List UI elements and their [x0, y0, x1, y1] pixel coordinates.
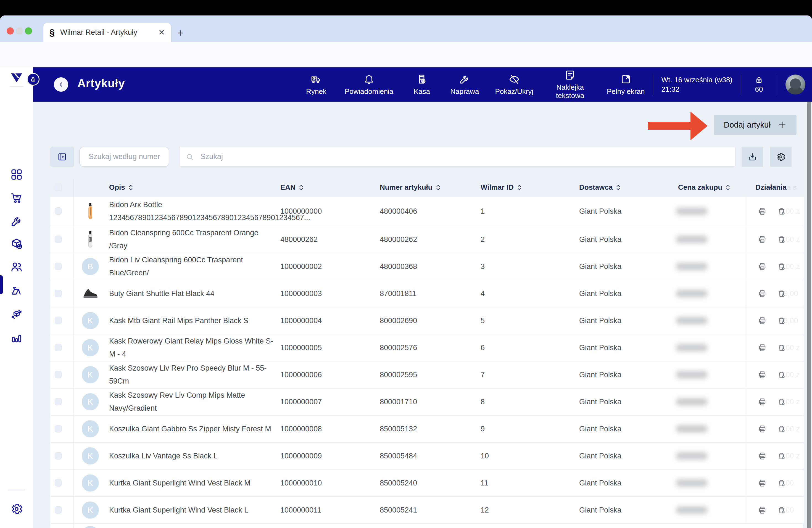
- search-field[interactable]: [179, 147, 736, 167]
- print-label-button[interactable]: [758, 235, 767, 244]
- nav-item-rynek[interactable]: Rynek: [304, 73, 329, 96]
- nav-item-pokaz-ukryj[interactable]: Pokaż/Ukryj: [495, 73, 533, 96]
- table-row[interactable]: KKurtka Giant Superlight Wind Vest Black…: [50, 470, 803, 497]
- table-row[interactable]: Bidon Arx Bottle123456789012345678901234…: [50, 196, 803, 226]
- row-checkbox[interactable]: [55, 506, 62, 514]
- column-header-ean[interactable]: EAN: [280, 178, 304, 196]
- search-number-input[interactable]: [88, 152, 160, 161]
- print-label-button[interactable]: [758, 424, 767, 433]
- column-header-dostawca[interactable]: Dostawca: [579, 178, 621, 196]
- table-row[interactable]: KKask Szosowy Liv Rev Pro Speedy Blur M …: [50, 362, 803, 388]
- delete-article-button[interactable]: [777, 316, 786, 325]
- nav-item-kasa[interactable]: Kasa: [409, 73, 434, 96]
- column-header-opis[interactable]: Opis: [109, 178, 133, 196]
- print-label-button[interactable]: [758, 452, 767, 460]
- side-panel-toggle-button[interactable]: [50, 147, 74, 167]
- wilmar-id: 11: [481, 479, 488, 487]
- add-article-button[interactable]: Dodaj artykuł: [714, 115, 797, 135]
- product-letter-avatar: K: [82, 393, 99, 410]
- nav-item-naklejka-tekstowa[interactable]: Naklejka tekstowa: [549, 69, 591, 100]
- row-checkbox[interactable]: [55, 398, 62, 406]
- delete-article-button[interactable]: [777, 343, 786, 352]
- row-checkbox[interactable]: [55, 371, 62, 378]
- purchase-price-redacted: [676, 452, 708, 459]
- wilmar-id: 1: [481, 207, 485, 216]
- sidebar-item-people[interactable]: [10, 260, 23, 274]
- column-header-numer[interactable]: Numer artykułu: [380, 178, 440, 196]
- column-label: Opis: [109, 183, 125, 192]
- print-label-button[interactable]: [758, 505, 767, 514]
- nav-item-pelny-ekran[interactable]: Pełny ekran: [607, 73, 644, 96]
- sidebar-item-cart[interactable]: [10, 191, 23, 204]
- table-row[interactable]: KKoszulka Liv Vantage Ss Black L10000000…: [50, 443, 803, 470]
- print-label-button[interactable]: [758, 207, 767, 216]
- wilmar-id: 7: [481, 371, 485, 379]
- column-label: Działania: [755, 183, 787, 192]
- sidebar-item-bike[interactable]: [10, 284, 23, 298]
- user-avatar[interactable]: [785, 75, 806, 94]
- print-label-button[interactable]: [758, 316, 767, 325]
- table-row[interactable]: Buty Giant Shuttle Flat Black 4410000000…: [50, 280, 803, 307]
- delete-article-button[interactable]: [777, 370, 786, 379]
- table-row[interactable]: KKoszulka Giant Gabbro Ss Zipper Misty F…: [50, 415, 803, 443]
- sidebar-item-bar-chart[interactable]: [10, 331, 23, 344]
- delete-article-button[interactable]: [777, 452, 786, 460]
- date-line: Wt. 16 września (w38): [662, 75, 733, 85]
- export-button[interactable]: [742, 147, 763, 167]
- new-tab-button[interactable]: +: [177, 28, 184, 38]
- search-input[interactable]: [200, 152, 729, 161]
- window-zoom-button[interactable]: [25, 27, 32, 34]
- lock-counter[interactable]: 60: [749, 76, 769, 93]
- table-row[interactable]: KKurtka Giant Superlight Wind Vest Black…: [50, 497, 803, 524]
- row-checkbox[interactable]: [55, 290, 62, 297]
- table-row[interactable]: KKask Szosowy Rev Liv Comp Mips Matte Na…: [50, 388, 803, 415]
- row-checkbox[interactable]: [55, 479, 62, 487]
- delete-article-button[interactable]: [777, 397, 786, 406]
- print-label-button[interactable]: [758, 397, 767, 406]
- print-label-button[interactable]: [758, 289, 767, 298]
- sidebar-item-box-euro[interactable]: [10, 237, 23, 250]
- window-close-button[interactable]: [6, 27, 14, 34]
- row-checkbox[interactable]: [55, 263, 62, 270]
- delete-article-button[interactable]: [777, 289, 786, 298]
- column-header-cena[interactable]: Cena zakupu: [678, 178, 730, 196]
- app-logo-icon[interactable]: [11, 73, 23, 83]
- row-checkbox[interactable]: [55, 317, 62, 324]
- tab-close-icon[interactable]: ✕: [159, 28, 165, 37]
- delete-article-button[interactable]: [777, 505, 786, 514]
- table-row[interactable]: BBidon Liv Cleanspring 600Cc Trasparent …: [50, 253, 803, 280]
- print-label-button[interactable]: [758, 343, 767, 352]
- sidebar-item-gear[interactable]: [10, 502, 23, 516]
- delete-article-button[interactable]: [777, 235, 786, 244]
- row-checkbox[interactable]: [55, 452, 62, 459]
- column-header-wilmar[interactable]: Wilmar ID: [481, 178, 522, 196]
- delete-article-button[interactable]: [777, 262, 786, 271]
- browser-tab[interactable]: § Wilmar Retail - Artykuły ✕: [43, 23, 171, 42]
- row-checkbox[interactable]: [55, 344, 62, 351]
- vertical-scrollbar[interactable]: [807, 102, 811, 528]
- back-button[interactable]: [54, 77, 68, 92]
- table-row[interactable]: Bidon Cleanspring 600Cc Trasparent Orang…: [50, 226, 803, 253]
- row-checkbox[interactable]: [55, 207, 62, 215]
- table-row[interactable]: KKask Rowerowy Giant Relay Mips Gloss Wh…: [50, 334, 803, 362]
- delete-article-button[interactable]: [777, 424, 786, 433]
- select-all-checkbox[interactable]: [55, 184, 62, 191]
- delete-article-button[interactable]: [777, 207, 786, 216]
- nav-item-naprawa[interactable]: Naprawa: [450, 73, 479, 96]
- window-minimize-button[interactable]: [16, 27, 23, 34]
- print-label-button[interactable]: [758, 370, 767, 379]
- nav-item-powiadomienia[interactable]: Powiadomienia: [345, 73, 393, 96]
- delete-article-button[interactable]: [777, 479, 786, 487]
- table-row[interactable]: KKask Mtb Giant Rail Mips Panther Black …: [50, 307, 803, 334]
- print-label-button[interactable]: [758, 479, 767, 487]
- sidebar-item-box-sync[interactable]: [10, 308, 23, 321]
- print-label-button[interactable]: [758, 262, 767, 271]
- row-checkbox[interactable]: [55, 425, 62, 432]
- row-checkbox[interactable]: [55, 236, 62, 243]
- sidebar-lock-badge[interactable]: [27, 73, 40, 86]
- table-settings-button[interactable]: [770, 147, 792, 167]
- plus-icon: [778, 120, 787, 129]
- sidebar-item-wrench[interactable]: [10, 215, 23, 228]
- search-number-field[interactable]: [79, 147, 169, 167]
- sidebar-item-grid[interactable]: [10, 168, 23, 181]
